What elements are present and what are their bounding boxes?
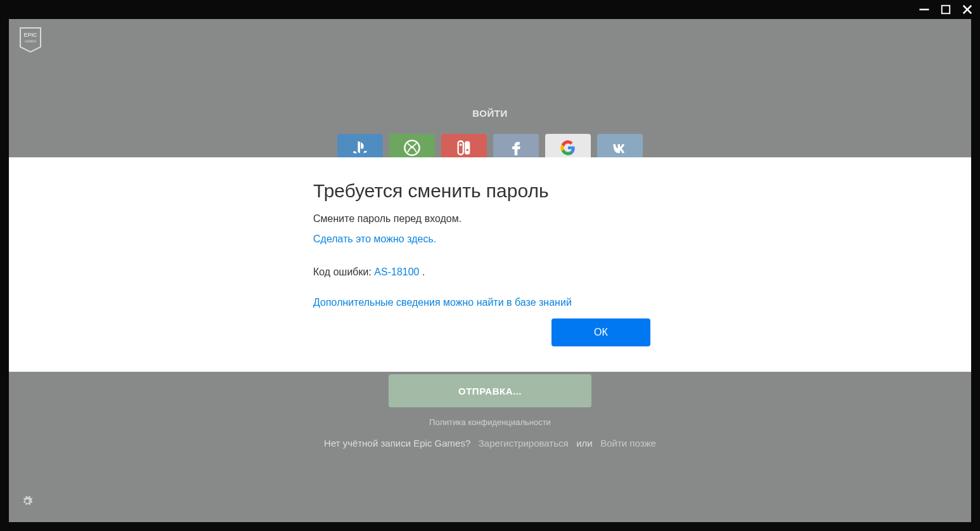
settings-button[interactable] [22, 495, 33, 509]
account-prompt: Нет учётной записи Epic Games? Зарегистр… [268, 438, 712, 449]
maximize-button[interactable] [939, 3, 952, 16]
gear-icon [22, 495, 33, 507]
submit-button[interactable]: ОТПРАВКА... [389, 374, 591, 407]
ok-button[interactable]: ОК [551, 318, 650, 346]
error-code-link[interactable]: AS-18100 [374, 266, 419, 277]
submit-area: ОТПРАВКА... Политика конфиденциальности [389, 374, 591, 427]
svg-point-10 [467, 149, 469, 152]
minimize-icon [918, 3, 931, 16]
switch-icon [455, 139, 473, 157]
titlebar [0, 0, 980, 19]
svg-text:EPIC: EPIC [23, 32, 37, 38]
modal-content: Требуется сменить пароль Смените пароль … [313, 180, 668, 308]
error-code-row: Код ошибки: AS-18100 . [313, 266, 668, 278]
knowledge-base-link[interactable]: Дополнительные сведения можно найти в ба… [313, 297, 668, 308]
xbox-icon [403, 139, 421, 157]
login-area: ВОЙТИ [332, 108, 648, 162]
modal-dialog: Требуется сменить пароль Смените пароль … [9, 157, 971, 372]
close-button[interactable] [961, 3, 974, 16]
vk-icon [611, 139, 629, 157]
minimize-button[interactable] [918, 3, 931, 16]
no-account-text: Нет учётной записи Epic Games? [324, 438, 470, 449]
modal-title: Требуется сменить пароль [313, 180, 668, 202]
svg-text:GAMES: GAMES [25, 39, 37, 43]
close-icon [961, 3, 974, 16]
error-code-label: Код ошибки: [313, 266, 371, 277]
register-link[interactable]: Зарегистрироваться [479, 438, 569, 449]
privacy-policy-link[interactable]: Политика конфиденциальности [389, 417, 591, 427]
svg-point-8 [460, 144, 462, 147]
modal-message: Смените пароль перед входом. [313, 213, 668, 225]
google-icon [559, 139, 577, 157]
svg-rect-1 [942, 6, 950, 14]
login-title: ВОЙТИ [332, 108, 648, 119]
svg-rect-7 [458, 141, 463, 155]
change-password-link[interactable]: Сделать это можно здесь. [313, 233, 436, 244]
maximize-icon [939, 3, 952, 16]
svg-rect-9 [465, 141, 470, 155]
error-code-suffix: . [422, 266, 425, 277]
or-text: или [576, 438, 593, 449]
epic-games-logo: EPIC GAMES [19, 27, 42, 53]
login-later-link[interactable]: Войти позже [600, 438, 656, 449]
playstation-icon [351, 139, 369, 157]
facebook-icon [507, 139, 525, 157]
